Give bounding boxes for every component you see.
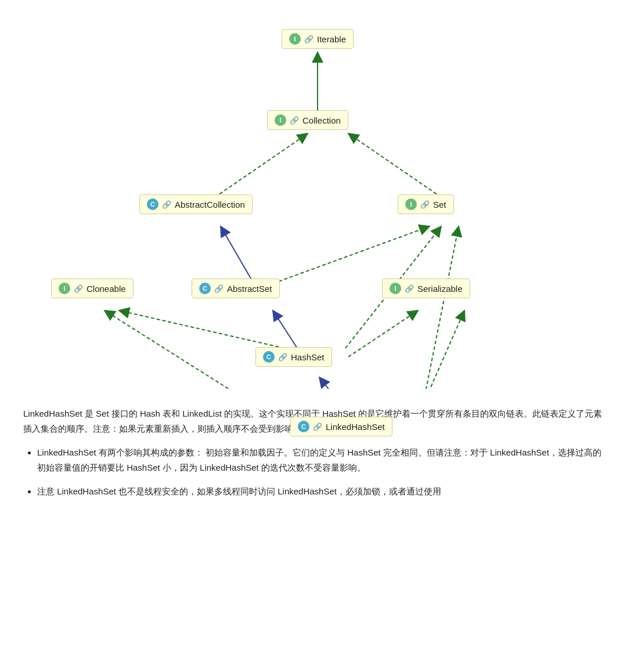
svg-line-9 — [319, 377, 351, 389]
badge-abstractcollection: C — [147, 198, 158, 210]
node-collection: I 🔗 Collection — [267, 110, 348, 130]
bullet-item-1: LinkedHashSet 有两个影响其构成的参数： 初始容量和加载因子。它们的… — [37, 445, 604, 476]
svg-line-2 — [348, 133, 441, 197]
node-iterable: I 🔗 Iterable — [282, 29, 354, 49]
badge-iterable: I — [289, 33, 301, 45]
svg-line-5 — [273, 310, 297, 348]
node-abstractcollection: C 🔗 AbstractCollection — [139, 194, 253, 214]
bullet-list: LinkedHashSet 有两个影响其构成的参数： 初始容量和加载因子。它们的… — [23, 445, 604, 499]
node-linkedhashset: C 🔗 LinkedHashSet — [290, 417, 392, 436]
svg-line-8 — [348, 310, 418, 357]
badge-serializable: I — [390, 283, 401, 294]
node-abstractset: C 🔗 AbstractSet — [192, 279, 280, 298]
svg-line-3 — [221, 226, 253, 281]
badge-linkedhashset: C — [298, 421, 309, 432]
badge-collection: I — [275, 114, 286, 126]
badge-hashset: C — [263, 351, 275, 363]
badge-set: I — [405, 198, 417, 210]
node-hashset: C 🔗 HashSet — [255, 347, 332, 367]
svg-line-11 — [412, 310, 464, 389]
badge-cloneable: I — [59, 283, 70, 294]
node-cloneable: I 🔗 Cloneable — [51, 279, 134, 298]
svg-line-6 — [119, 310, 284, 348]
node-set: I 🔗 Set — [398, 194, 454, 214]
diagram-svg — [23, 17, 604, 389]
svg-line-12 — [418, 226, 459, 389]
node-serializable: I 🔗 Serializable — [382, 279, 470, 298]
bullet-item-2: 注意 LinkedHashSet 也不是线程安全的，如果多线程同时访问 Link… — [37, 484, 604, 499]
svg-line-1 — [215, 133, 308, 197]
badge-abstractset: C — [199, 283, 211, 294]
svg-line-4 — [279, 226, 430, 281]
uml-diagram: I 🔗 Iterable I 🔗 Collection C 🔗 Abstract… — [23, 17, 604, 389]
